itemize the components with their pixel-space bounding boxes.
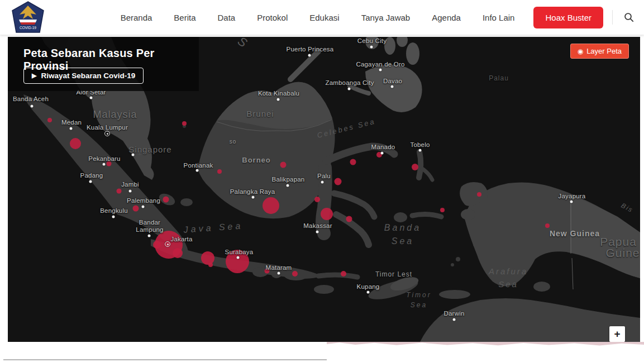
case-marker[interactable] <box>173 248 183 258</box>
city-label-mataram: Mataram <box>266 264 292 272</box>
map-bottom-fringe <box>327 342 644 347</box>
city-dot-mataram <box>278 272 280 275</box>
case-marker[interactable] <box>265 269 270 274</box>
nav-item-data[interactable]: Data <box>218 13 236 22</box>
city-dot-darwin <box>453 318 456 321</box>
city-label-jayapura: Jayapura <box>559 193 586 200</box>
city-label-padang: Padang <box>80 172 103 179</box>
nav-item-info-lain[interactable]: Info Lain <box>483 13 515 22</box>
city-label-jambi: Jambi <box>121 181 139 188</box>
city-dot-banda-aceh <box>31 105 34 108</box>
case-marker[interactable] <box>335 178 342 185</box>
city-dot-pekanbaru <box>103 163 106 166</box>
city-label-cebu-city: Cebu City <box>357 37 387 45</box>
region-label-singapore: Singapore <box>128 145 171 155</box>
region-label-guine: Guine <box>605 246 640 259</box>
case-marker[interactable] <box>440 208 445 212</box>
city-label-kota-kinabalu: Kota Kinabalu <box>258 90 299 97</box>
case-marker[interactable] <box>477 192 481 197</box>
sea-label-celebes-sea: Celebes Sea <box>316 116 377 141</box>
region-label-palau: Palau <box>489 75 509 82</box>
case-marker[interactable] <box>226 250 249 273</box>
city-label-darwin: Darwin <box>444 310 465 317</box>
capital-icon-jakarta <box>165 241 170 247</box>
city-label-palembang: Palembang <box>127 197 160 204</box>
history-sebaran-button[interactable]: ▶ Riwayat Sebaran Covid-19 <box>23 68 144 84</box>
layer-peta-button[interactable]: ◉ Layer Peta <box>570 44 629 59</box>
sea-label-s: S <box>234 37 251 52</box>
logo-emblem: COVID-19 <box>11 1 45 34</box>
nav-item-protokol[interactable]: Protokol <box>257 13 288 22</box>
city-label-pontianak: Pontianak <box>184 162 213 169</box>
nav-item-beranda[interactable]: Beranda <box>121 13 152 22</box>
case-marker[interactable] <box>182 121 187 126</box>
case-marker[interactable] <box>412 164 418 170</box>
city-dot-kupang <box>367 291 370 294</box>
nav-item-agenda[interactable]: Agenda <box>432 13 461 22</box>
city-label-medan: Medan <box>61 119 82 126</box>
city-label-manado: Manado <box>371 144 395 151</box>
city-dot-medan <box>70 127 73 130</box>
case-marker[interactable] <box>70 138 81 149</box>
covid19-taskforce-logo[interactable]: COVID-19 <box>8 1 48 34</box>
city-dot-alor-setar <box>90 97 93 99</box>
city-dot-manado <box>381 152 384 155</box>
search-icon[interactable] <box>621 9 637 26</box>
play-icon: ▶ <box>32 72 36 79</box>
case-marker[interactable] <box>341 271 346 277</box>
section-divider-line <box>3 359 327 360</box>
sea-label-banda-sea: Banda Sea <box>384 221 421 248</box>
city-dot-balikpapan <box>287 184 289 187</box>
case-marker[interactable] <box>107 161 112 166</box>
sea-label-bis: Bis <box>619 201 635 216</box>
layer-button-label: Layer Peta <box>586 47 622 55</box>
case-marker[interactable] <box>346 216 352 222</box>
case-marker[interactable] <box>314 197 320 202</box>
region-label-papua: Papua <box>600 235 637 248</box>
case-marker[interactable] <box>208 263 213 267</box>
region-label-timor-lest: Timor Lest <box>375 271 412 278</box>
city-dot-palu <box>321 181 324 184</box>
case-marker[interactable] <box>350 159 356 165</box>
covid-distribution-map[interactable]: Banda AcehAlor SetarMedanKuala LumpurPek… <box>8 37 640 342</box>
nav-item-edukasi[interactable]: Edukasi <box>309 13 339 22</box>
map-title-panel: Peta Sebaran Kasus Per Provinsi ▶ Riwaya… <box>8 37 199 91</box>
case-marker[interactable] <box>545 223 550 228</box>
region-label-so: so <box>230 139 237 145</box>
region-label-malaysia: Malaysia <box>93 109 137 121</box>
city-dot-zamboanga-city <box>348 88 351 90</box>
case-marker[interactable] <box>153 241 161 249</box>
layers-bullseye-icon: ◉ <box>578 48 583 55</box>
case-marker[interactable] <box>280 162 287 168</box>
nav-divider <box>612 10 613 25</box>
page-below-map <box>0 342 644 362</box>
city-label-pekanbaru: Pekanbaru <box>88 155 120 163</box>
city-label-balikpapan: Balikpapan <box>272 176 305 183</box>
case-marker[interactable] <box>201 251 214 265</box>
case-marker[interactable] <box>321 208 333 220</box>
city-label-palangka-raya: Palangka Raya <box>230 188 275 196</box>
case-marker[interactable] <box>133 206 139 212</box>
case-marker[interactable] <box>117 189 122 194</box>
hoax-buster-button[interactable]: Hoax Buster <box>533 7 603 28</box>
case-marker[interactable] <box>163 197 169 203</box>
case-marker[interactable] <box>217 169 222 174</box>
case-marker[interactable] <box>263 197 279 214</box>
city-label-cagayan-de-oro: Cagayan de Oro <box>356 61 404 68</box>
city-dot-pontianak <box>196 169 199 172</box>
city-label-palu: Palu <box>317 173 331 180</box>
map-zoom-in-button[interactable]: + <box>609 326 625 342</box>
region-label-new-guinea: New Guinea <box>550 230 600 238</box>
city-dot-davao <box>391 85 394 88</box>
city-dot-bengkulu <box>112 216 115 218</box>
case-marker[interactable] <box>292 271 298 277</box>
city-dot-surabaya <box>237 256 240 259</box>
top-navbar: COVID-19 BerandaBeritaDataProtokolEdukas… <box>0 0 644 35</box>
nav-menu: BerandaBeritaDataProtokolEdukasiTanya Ja… <box>121 13 515 22</box>
nav-item-tanya-jawab[interactable]: Tanya Jawab <box>361 13 411 22</box>
case-marker[interactable] <box>47 118 52 122</box>
city-label-zamboanga-city: Zamboanga City <box>325 79 374 87</box>
nav-item-berita[interactable]: Berita <box>174 13 195 22</box>
svg-text:COVID-19: COVID-19 <box>20 26 36 30</box>
sea-label-java-sea: Java Sea <box>183 219 244 236</box>
